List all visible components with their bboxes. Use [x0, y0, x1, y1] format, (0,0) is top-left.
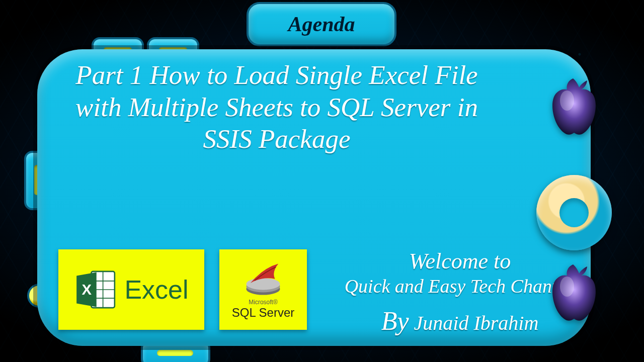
ring-button-icon	[536, 175, 612, 250]
apple-icon	[547, 78, 601, 139]
apple-icon	[547, 264, 601, 325]
sql-label: SQL Server	[232, 306, 295, 320]
sql-server-icon	[242, 259, 284, 297]
agenda-label: Agenda	[288, 12, 355, 36]
author-name: Junaid Ibrahim	[414, 312, 539, 334]
agenda-pill: Agenda	[247, 2, 396, 46]
slide-stage: Agenda Part 1 How to Load Single Excel F…	[0, 0, 644, 362]
sql-server-tile: Microsoft® SQL Server	[219, 249, 307, 330]
by-prefix: By	[381, 307, 409, 335]
svg-text:X: X	[82, 282, 92, 298]
excel-tile: X Excel	[58, 249, 204, 330]
excel-icon: X	[74, 268, 117, 311]
slide-title: Part 1 How to Load Single Excel File wit…	[60, 59, 493, 155]
slot-icon	[157, 350, 193, 356]
svg-point-10	[560, 277, 574, 297]
svg-point-9	[560, 90, 574, 111]
svg-point-8	[246, 278, 280, 290]
sql-vendor-label: Microsoft®	[249, 299, 278, 306]
excel-label: Excel	[124, 275, 188, 305]
